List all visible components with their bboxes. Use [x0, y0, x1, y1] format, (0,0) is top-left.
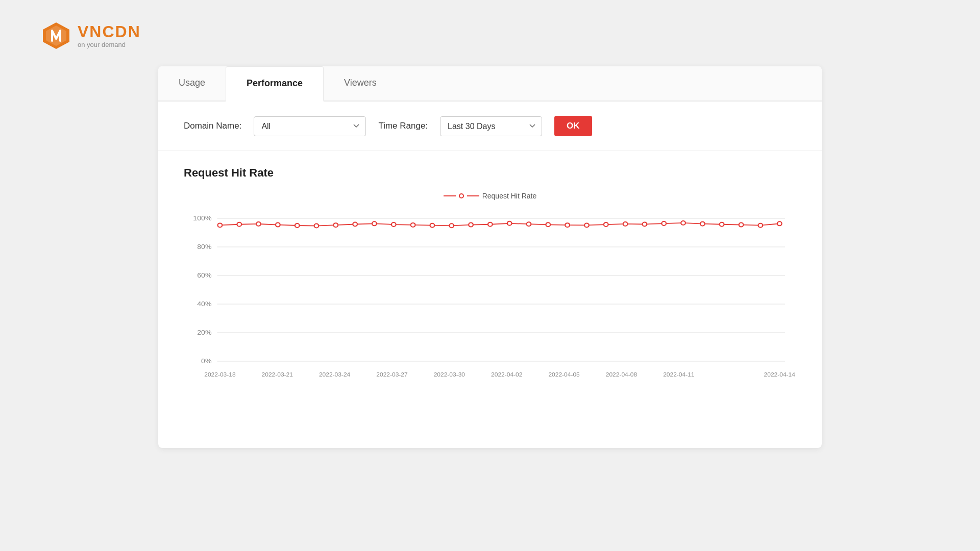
ok-button[interactable]: OK — [554, 116, 592, 136]
logo-icon — [41, 20, 71, 51]
svg-text:2022-04-08: 2022-04-08 — [606, 371, 637, 377]
svg-text:2022-03-27: 2022-03-27 — [376, 371, 407, 377]
svg-text:100%: 100% — [193, 215, 211, 222]
svg-point-39 — [507, 221, 512, 226]
svg-point-46 — [643, 222, 647, 226]
svg-point-29 — [314, 224, 319, 228]
svg-point-34 — [411, 223, 415, 227]
svg-point-36 — [449, 223, 454, 228]
svg-point-38 — [488, 222, 493, 227]
svg-text:2022-03-18: 2022-03-18 — [204, 371, 235, 377]
svg-text:40%: 40% — [197, 300, 211, 308]
svg-point-24 — [218, 223, 223, 227]
svg-point-32 — [372, 221, 377, 226]
svg-point-27 — [276, 223, 280, 227]
logo-title: VNCDN — [78, 23, 141, 40]
main-card: Usage Performance Viewers Domain Name: A… — [158, 66, 822, 448]
logo-subtitle: on your demand — [78, 41, 141, 48]
svg-point-51 — [739, 223, 744, 227]
legend-dash — [444, 195, 456, 196]
svg-point-53 — [777, 221, 782, 226]
svg-point-45 — [623, 222, 628, 226]
page-wrapper: VNCDN on your demand Usage Performance V… — [0, 0, 980, 551]
svg-text:80%: 80% — [197, 243, 211, 251]
tabs-bar: Usage Performance Viewers — [158, 66, 822, 102]
svg-text:60%: 60% — [197, 272, 211, 279]
legend-circle — [459, 193, 464, 198]
svg-text:20%: 20% — [197, 329, 211, 336]
svg-point-33 — [391, 222, 396, 227]
time-range-label: Time Range: — [378, 121, 428, 131]
svg-point-47 — [662, 221, 666, 226]
chart-svg: 100% 80% 60% 40% 20% 0% — [184, 208, 796, 402]
svg-point-31 — [353, 222, 357, 226]
logo-text-group: VNCDN on your demand — [78, 23, 141, 48]
svg-point-49 — [700, 222, 705, 226]
legend-label: Request Hit Rate — [482, 192, 537, 200]
tab-usage[interactable]: Usage — [158, 66, 226, 102]
svg-text:2022-04-14: 2022-04-14 — [764, 371, 796, 377]
chart-area: 100% 80% 60% 40% 20% 0% — [184, 208, 796, 422]
domain-name-select[interactable]: All — [254, 116, 366, 136]
tab-viewers[interactable]: Viewers — [324, 66, 397, 102]
svg-text:2022-04-11: 2022-04-11 — [663, 371, 694, 377]
time-range-select[interactable]: Last 7 Days Last 30 Days Last 90 Days — [440, 116, 542, 136]
legend-line: Request Hit Rate — [444, 192, 537, 200]
logo-area: VNCDN on your demand — [41, 20, 939, 51]
svg-point-30 — [333, 223, 338, 227]
svg-text:2022-04-02: 2022-04-02 — [491, 371, 522, 377]
svg-point-42 — [565, 223, 570, 227]
svg-point-52 — [758, 223, 763, 228]
legend-dash-2 — [467, 195, 479, 196]
svg-text:2022-03-24: 2022-03-24 — [319, 371, 351, 377]
svg-point-28 — [295, 223, 300, 228]
svg-point-44 — [604, 222, 608, 227]
svg-text:2022-03-21: 2022-03-21 — [262, 371, 293, 377]
svg-text:2022-03-30: 2022-03-30 — [434, 371, 465, 377]
svg-point-25 — [237, 222, 241, 227]
svg-point-48 — [681, 221, 685, 225]
svg-point-50 — [720, 222, 724, 227]
tab-performance[interactable]: Performance — [226, 66, 324, 102]
svg-point-37 — [469, 223, 473, 227]
svg-text:0%: 0% — [201, 358, 211, 365]
chart-legend: Request Hit Rate — [184, 192, 796, 200]
svg-point-43 — [584, 223, 589, 227]
domain-name-label: Domain Name: — [184, 121, 241, 131]
chart-section: Request Hit Rate Request Hit Rate 100% — [158, 151, 822, 448]
svg-point-40 — [527, 222, 531, 226]
svg-point-26 — [256, 222, 261, 226]
filter-row: Domain Name: All Time Range: Last 7 Days… — [158, 102, 822, 151]
svg-point-35 — [430, 223, 435, 228]
svg-point-41 — [546, 222, 550, 227]
svg-text:2022-04-05: 2022-04-05 — [548, 371, 579, 377]
chart-title: Request Hit Rate — [184, 166, 796, 180]
